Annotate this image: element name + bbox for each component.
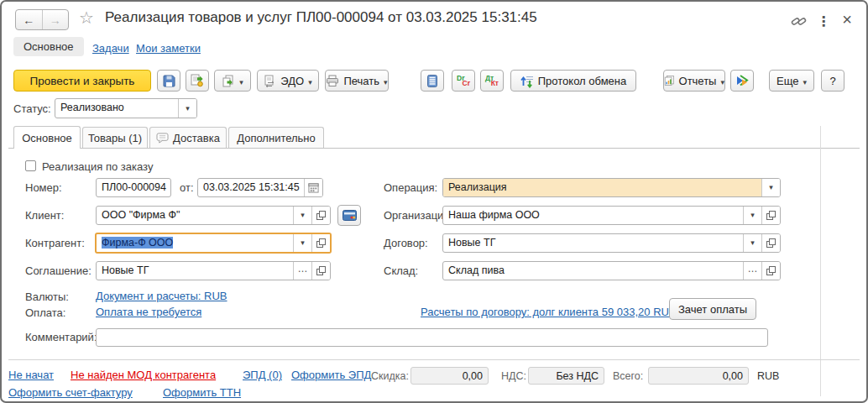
tab-main[interactable]: Основное [13, 126, 81, 149]
printer-icon [326, 75, 339, 87]
chevron-down-icon[interactable] [761, 179, 780, 196]
register-list-icon [427, 75, 437, 87]
drcr-button[interactable]: Dr Cr [452, 70, 475, 92]
discount-value: 0,00 [410, 367, 489, 385]
counterparty-field[interactable]: Фирма-Ф ООО [95, 233, 332, 254]
more-button[interactable]: Еще [769, 70, 814, 92]
speech-bubble-icon [156, 133, 169, 144]
history-nav-group: ← → [15, 9, 69, 30]
client-value: ООО "Фирма Ф" [97, 207, 293, 224]
business-card-icon [342, 210, 357, 221]
warehouse-open-button[interactable] [761, 262, 780, 280]
open-icon [766, 238, 776, 248]
link-button[interactable] [789, 12, 808, 30]
status-combobox[interactable]: Реализовано [55, 98, 197, 118]
exchange-arrows-icon [520, 74, 534, 88]
nav-item-tasks[interactable]: Задачи [92, 42, 129, 55]
client-field[interactable]: ООО "Фирма Ф" [96, 206, 331, 225]
operation-field[interactable]: Реализация [442, 178, 781, 197]
edo-exchange-icon [264, 75, 276, 87]
partner-app-button[interactable] [730, 70, 754, 92]
reports-button[interactable]: Отчеты [663, 70, 725, 92]
contract-open-button[interactable] [761, 234, 780, 252]
organization-open-button[interactable] [761, 207, 780, 224]
chevron-down-icon[interactable] [293, 234, 311, 252]
chevron-down-icon [803, 75, 807, 87]
print-label: Печать [343, 75, 379, 87]
contract-field[interactable]: Новые ТГ [442, 233, 781, 253]
exchange-protocol-button[interactable]: Протокол обмена [510, 70, 636, 92]
dtkt-button[interactable]: Дт Кт [480, 70, 504, 92]
print-button[interactable]: Печать [325, 70, 389, 92]
currency-label: RUB [757, 370, 779, 382]
make-invoice-link[interactable]: Оформить счет-фактуру [8, 386, 133, 399]
date-field[interactable]: 03.03.2025 15:31:45 [197, 178, 323, 197]
forward-button[interactable]: → [42, 10, 69, 29]
comment-label: Комментарий: [25, 331, 97, 343]
star-icon[interactable] [79, 8, 94, 28]
settlements-link[interactable]: Расчеты по договору: долг клиента 59 033… [421, 306, 677, 318]
nav-item-notes[interactable]: Мои заметки [136, 42, 201, 55]
tab-delivery-label: Доставка [173, 132, 220, 144]
help-button[interactable]: ? [821, 70, 844, 92]
open-icon [316, 266, 326, 275]
agreement-field[interactable]: Новые ТГ [96, 261, 331, 280]
chevron-down-icon[interactable] [743, 207, 761, 224]
agreement-value: Новые ТГ [97, 262, 293, 280]
payment-label: Оплата: [25, 306, 65, 319]
total-label: Всего: [613, 370, 643, 382]
make-epd-link[interactable]: Оформить ЭПД [291, 369, 371, 381]
total-value: 0,00 [648, 367, 749, 385]
footer-separator [8, 359, 860, 360]
not-started-link[interactable]: Не начат [8, 369, 54, 381]
chevron-down-icon[interactable] [743, 234, 761, 252]
register-button[interactable] [421, 70, 444, 92]
epd-count-link[interactable]: ЭПД (0) [243, 369, 282, 381]
number-field[interactable]: ПЛ00-000094 [96, 178, 171, 197]
organization-field[interactable]: Наша фирма ООО [442, 206, 781, 225]
edo-button[interactable]: ЭДО [257, 70, 319, 92]
payment-link[interactable]: Оплата не требуется [96, 306, 201, 318]
open-icon [316, 211, 326, 220]
warehouse-select-button[interactable] [743, 262, 761, 280]
comment-input[interactable] [96, 328, 768, 347]
tab-delivery[interactable]: Доставка [149, 127, 227, 148]
scroll-groove[interactable] [820, 126, 821, 396]
agreement-select-button[interactable] [293, 262, 311, 280]
tab-additional[interactable]: Дополнительно [228, 127, 324, 148]
counterparty-value: Фирма-Ф ООО [102, 237, 173, 249]
back-button[interactable]: ← [16, 10, 42, 29]
mod-warning-link[interactable]: Не найден МОД контрагента [71, 369, 216, 381]
offset-payment-button[interactable]: Зачет оплаты [669, 298, 756, 320]
warehouse-field[interactable]: Склад пива [442, 261, 781, 280]
tab-goods[interactable]: Товары (1) [82, 127, 148, 148]
post-and-close-button[interactable]: Провести и закрыть [13, 70, 151, 92]
currencies-link[interactable]: Документ и расчеты: RUB [96, 290, 227, 302]
kebab-icon[interactable] [814, 12, 833, 30]
by-order-label: Реализация по заказу [42, 160, 153, 173]
client-card-button[interactable] [337, 205, 361, 226]
calendar-button[interactable] [304, 179, 322, 196]
more-label: Еще [776, 75, 798, 87]
copy-document-icon [222, 75, 235, 87]
save-button[interactable] [157, 70, 180, 92]
chevron-down-icon[interactable] [293, 207, 311, 224]
open-icon [316, 238, 326, 248]
cr-label: Cr [463, 80, 470, 87]
close-icon[interactable] [838, 10, 856, 29]
make-ttn-link[interactable]: Оформить ТТН [163, 386, 241, 399]
vat-label: НДС: [501, 370, 526, 382]
date-label: от: [180, 181, 194, 194]
agreement-open-button[interactable] [311, 262, 330, 280]
client-open-button[interactable] [311, 207, 330, 224]
counterparty-open-button[interactable] [311, 234, 330, 252]
nav-item-main[interactable]: Основное [13, 37, 84, 56]
document-window: ← → Реализация товаров и услуг ПЛ00-0000… [0, 0, 868, 403]
tab-strip-line [8, 148, 860, 149]
by-order-checkbox[interactable] [25, 160, 36, 171]
post-document-button[interactable] [186, 70, 209, 92]
warehouse-value: Склад пива [443, 262, 743, 280]
create-based-on-button[interactable] [214, 70, 251, 92]
chevron-down-icon[interactable] [178, 99, 196, 118]
kt-label: Кт [491, 80, 499, 87]
